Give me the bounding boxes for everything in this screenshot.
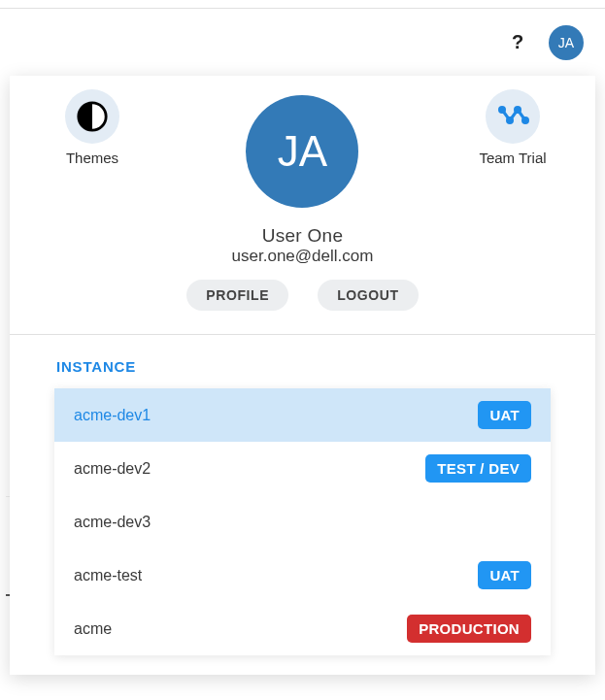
profile-button[interactable]: PROFILE xyxy=(186,280,288,311)
instance-name: acme-dev1 xyxy=(74,407,478,424)
instance-name: acme-dev3 xyxy=(74,514,531,531)
logout-button[interactable]: LOGOUT xyxy=(318,280,418,311)
env-badge: PRODUCTION xyxy=(407,615,531,643)
popover-top: Themes JA User One user.one@dell.com PRO… xyxy=(10,76,595,334)
team-trial-button[interactable]: Team Trial xyxy=(469,89,556,166)
topbar: ? JA xyxy=(0,8,605,76)
instance-row[interactable]: acme-testUAT xyxy=(54,549,551,602)
instance-section-label: INSTANCE xyxy=(10,335,595,388)
svg-point-4 xyxy=(498,106,506,114)
env-badge: TEST / DEV xyxy=(425,454,531,483)
svg-point-6 xyxy=(514,106,521,114)
contrast-icon xyxy=(65,89,119,144)
user-email: user.one@dell.com xyxy=(232,247,374,266)
instance-row[interactable]: acme-dev1UAT xyxy=(54,388,551,442)
env-badge: UAT xyxy=(478,401,531,429)
team-trial-label: Team Trial xyxy=(479,150,546,166)
user-center: JA User One user.one@dell.com PROFILE LO… xyxy=(186,89,418,324)
svg-point-7 xyxy=(521,117,529,124)
user-popover: Themes JA User One user.one@dell.com PRO… xyxy=(10,76,595,675)
instance-name: acme-test xyxy=(74,567,478,584)
env-badge: UAT xyxy=(478,561,531,589)
instance-row[interactable]: acme-dev3 xyxy=(54,495,551,549)
themes-label: Themes xyxy=(66,150,118,166)
avatar-large: JA xyxy=(246,95,358,208)
themes-button[interactable]: Themes xyxy=(49,89,136,166)
user-display-name: User One xyxy=(262,225,344,247)
instance-name: acme xyxy=(74,620,407,638)
avatar-small[interactable]: JA xyxy=(549,25,584,60)
user-actions: PROFILE LOGOUT xyxy=(186,280,418,311)
instance-name: acme-dev2 xyxy=(74,460,425,478)
help-icon[interactable]: ? xyxy=(502,27,533,58)
instance-row[interactable]: acme-dev2TEST / DEV xyxy=(54,442,551,495)
instance-row[interactable]: acmePRODUCTION xyxy=(54,602,551,655)
instance-list: acme-dev1UATacme-dev2TEST / DEVacme-dev3… xyxy=(54,388,551,655)
nodes-icon xyxy=(486,89,540,144)
svg-point-5 xyxy=(506,117,514,124)
